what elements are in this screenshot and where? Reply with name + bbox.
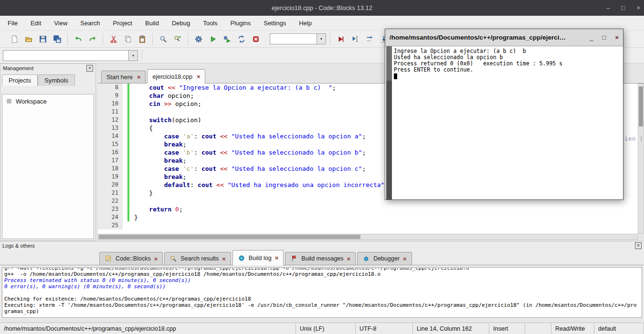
tab-symbols[interactable]: Symbols xyxy=(38,74,75,86)
replace-button[interactable] xyxy=(171,33,183,45)
terminal-body[interactable]: Ingrese la Opcion a ejecutar: (a b c) bU… xyxy=(385,46,623,199)
terminal-scrollbar[interactable] xyxy=(386,46,392,199)
workspace-icon xyxy=(5,97,13,105)
build-button[interactable] xyxy=(192,33,204,45)
statusbar-insert-mode: Insert xyxy=(489,323,525,334)
tab-projects[interactable]: Projects xyxy=(2,74,38,86)
tab-close-icon[interactable]: × xyxy=(403,256,407,262)
logs-tab-search-results[interactable]: Search results× xyxy=(164,252,231,265)
line-number: 9 xyxy=(98,92,123,100)
log-line: Checking for existence: /home/msantos/Do… xyxy=(4,296,640,302)
tab-close-icon[interactable]: × xyxy=(275,255,279,261)
copy-icon xyxy=(123,34,133,44)
menu-view[interactable]: View xyxy=(54,20,67,27)
line-number: 13 xyxy=(98,124,123,132)
run-button[interactable] xyxy=(207,33,219,45)
abort-build-button[interactable] xyxy=(250,33,262,45)
copy-button[interactable] xyxy=(122,33,134,45)
menu-plugins[interactable]: Plugins xyxy=(231,20,251,27)
cut-icon xyxy=(109,34,118,44)
editor-vscrollbar[interactable] xyxy=(638,84,644,234)
next-line-button[interactable] xyxy=(363,33,375,45)
menu-edit[interactable]: Edit xyxy=(31,20,41,27)
build-target-combo[interactable]: ▼ xyxy=(270,33,326,44)
logs-header: Logs & others × xyxy=(0,241,644,250)
build-and-run-icon xyxy=(222,34,232,44)
logs-tab-debugger[interactable]: Debugger× xyxy=(357,252,412,265)
debug-continue-button[interactable] xyxy=(335,33,347,45)
management-panel: Management × ProjectsSymbols Workspace xyxy=(0,63,96,241)
new-file-icon xyxy=(10,34,19,44)
tab-close-icon[interactable]: × xyxy=(347,256,351,262)
terminal-window[interactable]: /home/msantos/Documentos/c++/programas_c… xyxy=(385,29,623,200)
replace-icon xyxy=(173,34,182,44)
menu-project[interactable]: Project xyxy=(113,20,132,27)
panel-close-icon[interactable]: × xyxy=(86,65,93,72)
run-to-cursor-button[interactable] xyxy=(349,33,361,45)
build-and-run-button[interactable] xyxy=(221,33,233,45)
line-number: 12 xyxy=(98,116,123,124)
cut-button[interactable] xyxy=(107,33,119,45)
save-all-button[interactable] xyxy=(51,33,63,45)
undo-button[interactable] xyxy=(72,33,84,45)
logs-tab-build-messages[interactable]: Build messages× xyxy=(285,252,356,265)
toolbar-group xyxy=(188,33,266,45)
code-overflow-fragment: ien ( xyxy=(624,135,643,142)
editor-tab-start-here[interactable]: Start here× xyxy=(101,71,146,83)
tab-close-icon[interactable]: × xyxy=(197,73,201,80)
menu-debug[interactable]: Debug xyxy=(172,20,190,27)
line-number: 8 xyxy=(98,84,123,92)
code-text: switch(opcion) xyxy=(129,116,201,124)
editor-tab-ejercicio18-cpp[interactable]: ejercicio18.cpp× xyxy=(147,69,205,84)
line-number: 15 xyxy=(98,140,123,148)
terminal-maximize-icon[interactable]: □ xyxy=(602,34,606,41)
menu-settings[interactable]: Settings xyxy=(264,20,286,27)
code-text: break; xyxy=(129,173,187,181)
paste-button[interactable] xyxy=(136,33,148,45)
codeblocks-icon xyxy=(105,255,112,262)
maximize-icon[interactable]: □ xyxy=(622,4,625,11)
logs-tab-code-blocks[interactable]: Code::Blocks× xyxy=(99,252,163,265)
code-text xyxy=(129,108,134,116)
menu-build[interactable]: Build xyxy=(145,20,159,27)
hscroll-thumb[interactable] xyxy=(99,235,360,239)
find-button[interactable] xyxy=(157,33,169,45)
code-text: } xyxy=(129,213,138,221)
line-number: 22 xyxy=(98,197,123,205)
close-icon[interactable]: × xyxy=(636,4,640,11)
menu-tools[interactable]: Tools xyxy=(203,20,217,27)
rebuild-button[interactable] xyxy=(235,33,247,45)
terminal-minimize-icon[interactable]: _ xyxy=(590,34,593,41)
editor-hscrollbar[interactable] xyxy=(98,234,638,240)
logs-tab-build-log[interactable]: Build log× xyxy=(232,250,284,265)
menu-file[interactable]: File xyxy=(8,20,18,27)
logs-tabbar: Code::Blocks×Search results×Build log×Bu… xyxy=(0,250,644,265)
redo-button[interactable] xyxy=(86,33,98,45)
vscroll-thumb[interactable] xyxy=(639,86,643,126)
toolbar-group xyxy=(68,33,103,45)
terminal-titlebar[interactable]: /home/msantos/Documentos/c++/programas_c… xyxy=(385,29,623,46)
terminal-cursor xyxy=(394,73,397,79)
menu-search[interactable]: Search xyxy=(80,20,100,27)
terminal-close-icon[interactable]: × xyxy=(615,34,619,41)
new-file-button[interactable] xyxy=(8,33,20,45)
menu-help[interactable]: Help xyxy=(299,20,312,27)
code-text: } xyxy=(129,189,153,197)
open-file-button[interactable] xyxy=(22,33,34,45)
tab-close-icon[interactable]: × xyxy=(222,256,226,262)
log-line: Executing: xterm -T '/home/msantos/Docum… xyxy=(4,302,640,314)
terminal-scroll-thumb[interactable] xyxy=(386,46,392,81)
minimize-icon[interactable]: – xyxy=(606,4,610,11)
logs-close-icon[interactable]: × xyxy=(635,242,642,249)
tab-close-icon[interactable]: × xyxy=(137,74,141,80)
chevron-down-icon[interactable]: ▼ xyxy=(317,34,326,44)
terminal-cursor-line xyxy=(394,73,622,79)
toolbar2-combo[interactable]: ▼ xyxy=(3,50,138,61)
tab-close-icon[interactable]: × xyxy=(154,256,158,262)
tree-item-workspace[interactable]: Workspace xyxy=(2,94,94,108)
terminal-line: Press ENTER to continue. xyxy=(394,67,622,73)
window-controls: – □ × xyxy=(606,0,640,16)
find-icon xyxy=(158,34,168,44)
chevron-down-icon[interactable]: ▼ xyxy=(128,51,137,61)
save-button[interactable] xyxy=(37,33,49,45)
